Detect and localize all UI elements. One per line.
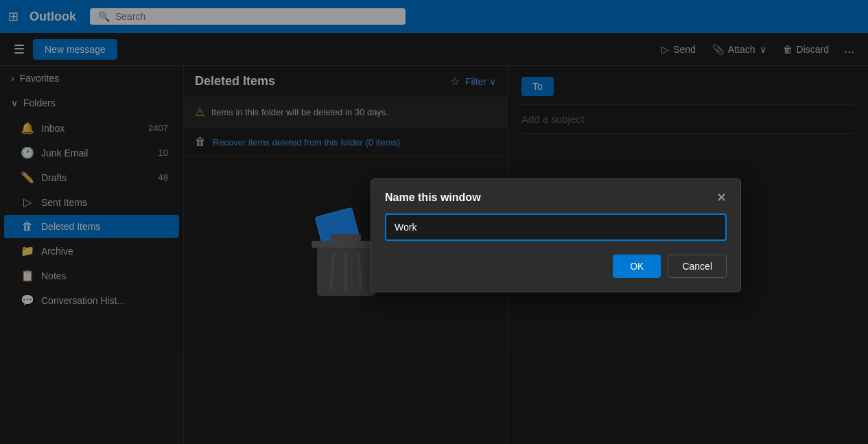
dialog-cancel-button[interactable]: Cancel: [668, 255, 727, 278]
dialog-ok-button[interactable]: OK: [613, 255, 661, 278]
dialog-close-button[interactable]: ✕: [716, 190, 727, 205]
name-window-dialog: Name this window ✕ OK Cancel: [371, 178, 741, 292]
dialog-title: Name this window: [385, 191, 481, 204]
dialog-body: OK Cancel: [371, 213, 740, 292]
dialog-overlay: Name this window ✕ OK Cancel: [0, 0, 868, 444]
dialog-header: Name this window ✕: [371, 179, 740, 213]
reading-pane: To Add a subject Name this window ✕ OK C…: [508, 66, 868, 444]
window-name-input[interactable]: [385, 213, 727, 241]
main-layout: › Favorites ∨ Folders 🔔 Inbox 2407 🕐 Jun…: [0, 66, 868, 444]
dialog-actions: OK Cancel: [385, 255, 727, 278]
